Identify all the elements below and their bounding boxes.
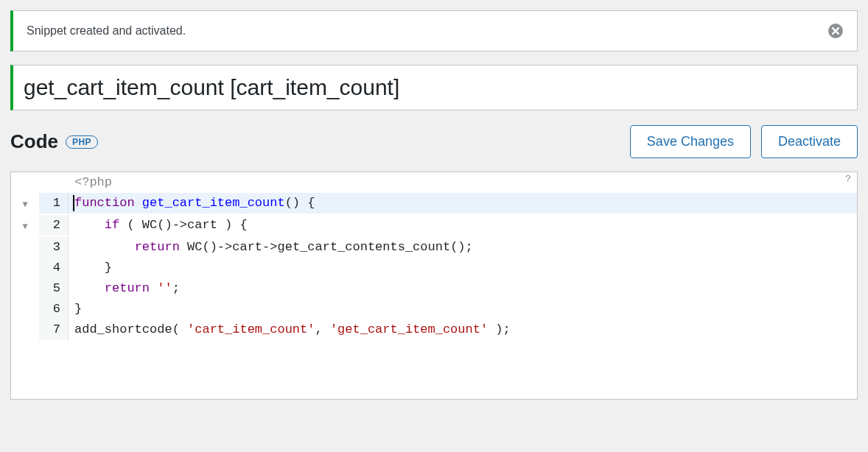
line-number: 7 [39, 319, 69, 340]
line-number: 6 [39, 299, 69, 319]
line-number: 1 [39, 193, 69, 213]
fold-gutter [11, 299, 39, 300]
fold-gutter [11, 278, 39, 280]
language-badge: PHP [66, 135, 98, 149]
action-buttons: Save Changes Deactivate [630, 125, 858, 158]
fold-gutter [11, 237, 39, 239]
code-line: 7 add_shortcode( 'cart_item_count', 'get… [11, 319, 857, 340]
code-line: ▼ 2 if ( WC()->cart ) { [11, 215, 857, 237]
editor-help-icon[interactable]: ? [845, 174, 851, 185]
code-section-header: Code PHP Save Changes Deactivate [10, 125, 858, 158]
fold-marker-icon[interactable]: ▼ [11, 215, 39, 237]
code-content[interactable]: function get_cart_item_count() { [69, 193, 857, 213]
fold-gutter [11, 258, 39, 259]
fold-gutter [11, 319, 39, 321]
code-content[interactable]: } [69, 299, 857, 319]
success-notice: Snippet created and activated. [10, 10, 858, 52]
php-open-tag-line: <?php [11, 172, 857, 193]
code-line: 4 } [11, 258, 857, 278]
line-number: 4 [39, 258, 69, 278]
notice-text: Snippet created and activated. [27, 24, 186, 38]
fold-gutter [11, 172, 39, 174]
code-line: 6 } [11, 299, 857, 319]
dismiss-notice-button[interactable] [827, 23, 844, 39]
line-number: 3 [39, 237, 69, 258]
code-content[interactable]: } [69, 258, 857, 278]
line-number: 5 [39, 278, 69, 299]
snippet-title-container [10, 65, 858, 110]
deactivate-button[interactable]: Deactivate [761, 125, 858, 158]
save-changes-button[interactable]: Save Changes [630, 125, 751, 158]
code-content[interactable]: return WC()->cart->get_cart_contents_cou… [69, 237, 857, 258]
code-line: ▼ 1 function get_cart_item_count() { [11, 193, 857, 215]
code-line-phpopen: <?php [69, 172, 857, 193]
code-editor[interactable]: ? <?php ▼ 1 function get_cart_item_count… [10, 172, 858, 400]
fold-marker-icon[interactable]: ▼ [11, 193, 39, 215]
code-content[interactable]: if ( WC()->cart ) { [69, 215, 857, 236]
section-title: Code [10, 130, 58, 153]
snippet-title-input[interactable] [13, 66, 857, 110]
code-line: 5 return ''; [11, 278, 857, 299]
code-content[interactable]: return ''; [69, 278, 857, 299]
code-line: 3 return WC()->cart->get_cart_contents_c… [11, 237, 857, 258]
code-content[interactable]: add_shortcode( 'cart_item_count', 'get_c… [69, 319, 857, 340]
close-icon [827, 23, 844, 39]
line-number: 2 [39, 215, 69, 236]
section-title-wrap: Code PHP [10, 130, 98, 153]
